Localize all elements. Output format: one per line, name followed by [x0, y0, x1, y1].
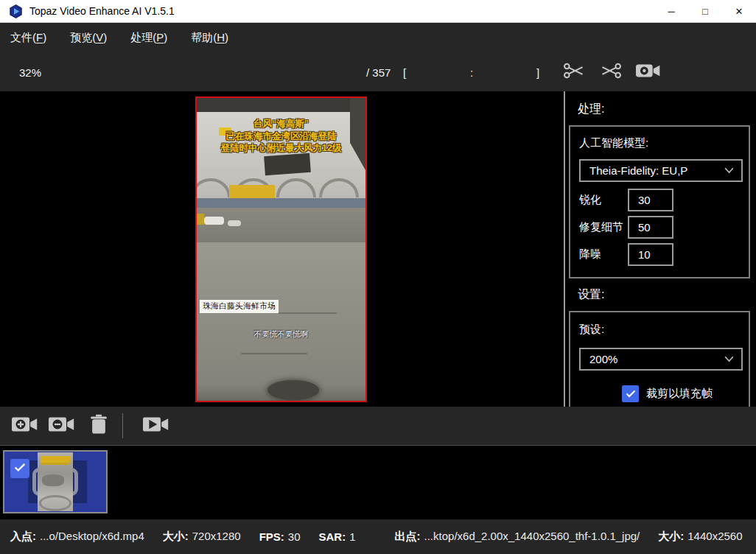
app-logo-icon	[9, 4, 23, 18]
check-icon	[626, 388, 636, 401]
trim-splice-button[interactable]	[600, 53, 622, 91]
clip-thumbnail-strip	[0, 446, 756, 518]
trim-cut-button[interactable]	[563, 53, 585, 91]
clip-thumbnail-selected[interactable]	[3, 450, 108, 513]
chevron-down-icon	[724, 167, 734, 174]
ai-model-dropdown[interactable]: Theia-Fidelity: EU,P	[579, 159, 743, 182]
video-bridge-shape	[197, 173, 365, 200]
status-sar: SAR:1	[319, 530, 356, 543]
sharpen-input[interactable]	[628, 189, 673, 211]
processing-heading: 处理:	[578, 102, 604, 117]
menu-file[interactable]: 文件(F)	[10, 31, 46, 45]
status-bar: 入点:...o/Desktop/x6d.mp4 大小:720x1280 FPS:…	[0, 518, 756, 554]
video-preview-area: 台风“海高斯” 已在珠海市金湾区沿海登陆 登陆时中心附近最大风力12级	[0, 91, 564, 407]
add-video-icon	[12, 415, 38, 437]
range-separator: :	[470, 53, 473, 91]
denoise-label: 降噪	[579, 248, 601, 262]
video-headline-text: 台风“海高斯” 已在珠海市金湾区沿海登陆 登陆时中心附近最大风力12级	[197, 118, 365, 155]
window-controls: ─ □ ✕	[654, 0, 756, 22]
check-icon	[14, 462, 26, 475]
crop-to-fill-label: 裁剪以填充帧	[646, 387, 713, 401]
preset-group: 预设: 200% 裁剪以填充帧	[569, 311, 750, 407]
video-bridge-deck-shape	[197, 198, 365, 208]
restore-detail-label: 修复细节	[579, 220, 623, 234]
remove-video-button[interactable]	[49, 407, 75, 445]
add-video-button[interactable]	[12, 407, 38, 445]
ai-model-group: 人工智能模型: Theia-Fidelity: EU,P 锐化 修复细节 降噪	[569, 125, 750, 278]
video-flooded-road-shape	[197, 208, 365, 242]
video-floodwater-shape	[197, 242, 365, 401]
close-button[interactable]: ✕	[722, 0, 756, 22]
video-hanging-object	[264, 153, 311, 175]
window-title: Topaz Video Enhance AI V1.5.1	[29, 5, 175, 17]
menu-help[interactable]: 帮助(H)	[191, 31, 228, 45]
app-window: Topaz Video Enhance AI V1.5.1 ─ □ ✕ 文件(F…	[0, 0, 756, 554]
crop-to-fill-checkbox[interactable]	[622, 385, 639, 402]
crop-to-fill-row: 裁剪以填充帧	[622, 385, 713, 402]
restore-detail-input[interactable]	[628, 216, 673, 239]
playback-toolbar: 32% / 357 [ : ]	[0, 53, 756, 91]
status-out-point: 出点:...ktop/x6d_2.00x_1440x2560_thf-1.0.1…	[395, 530, 640, 544]
remove-video-icon	[49, 415, 75, 437]
status-fps: FPS:30	[259, 530, 301, 543]
preview-button[interactable]	[636, 53, 661, 91]
minimize-button[interactable]: ─	[654, 0, 688, 22]
preset-label: 预设:	[579, 323, 604, 337]
menu-process[interactable]: 处理(P)	[130, 31, 167, 45]
range-bracket-open: [	[403, 53, 406, 91]
process-video-icon	[143, 415, 169, 437]
trash-icon	[90, 414, 108, 438]
preset-value: 200%	[589, 353, 617, 365]
range-bracket-close: ]	[536, 53, 539, 91]
video-ceiling-shape	[197, 98, 365, 112]
denoise-input[interactable]	[628, 243, 673, 266]
menu-bar: 文件(F) 预览(V) 处理(P) 帮助(H)	[0, 23, 756, 53]
status-in-size: 大小:720x1280	[163, 530, 241, 544]
process-video-button[interactable]	[143, 407, 169, 445]
toolbar-divider	[122, 413, 123, 438]
scissors-splice-icon	[600, 62, 622, 83]
scissors-cut-icon	[563, 62, 585, 83]
chevron-down-icon	[724, 356, 734, 362]
preview-camera-icon	[636, 62, 661, 83]
status-in-point: 入点:...o/Desktop/x6d.mp4	[10, 530, 144, 544]
clip-toolbar	[0, 407, 756, 446]
maximize-button[interactable]: □	[688, 0, 722, 22]
menu-preview[interactable]: 预览(V)	[70, 31, 107, 45]
total-frames-label: / 357	[366, 53, 391, 91]
title-bar: Topaz Video Enhance AI V1.5.1 ─ □ ✕	[0, 0, 756, 23]
status-out-size: 大小:1440x2560	[658, 530, 742, 544]
video-debris-shape	[267, 380, 319, 400]
sharpen-label: 锐化	[579, 193, 601, 207]
zoom-level-label: 32%	[19, 53, 41, 91]
settings-heading: 设置:	[578, 287, 604, 303]
video-frame[interactable]: 台风“海高斯” 已在珠海市金湾区沿海登陆 登陆时中心附近最大风力12级	[195, 97, 367, 402]
video-location-label: 珠海白藤头海鲜市场	[200, 300, 279, 313]
thumbnail-video-image	[38, 452, 73, 511]
ai-model-value: Theia-Fidelity: EU,P	[589, 164, 687, 177]
preset-dropdown[interactable]: 200%	[579, 348, 743, 371]
delete-clip-button[interactable]	[90, 407, 108, 445]
clip-select-checkbox[interactable]	[10, 459, 29, 478]
ai-model-label: 人工智能模型:	[579, 136, 648, 150]
video-caption-text: 不要慌不要慌啊	[197, 329, 365, 340]
settings-panel: 处理: 人工智能模型: Theia-Fidelity: EU,P 锐化 修复细节…	[565, 91, 756, 407]
